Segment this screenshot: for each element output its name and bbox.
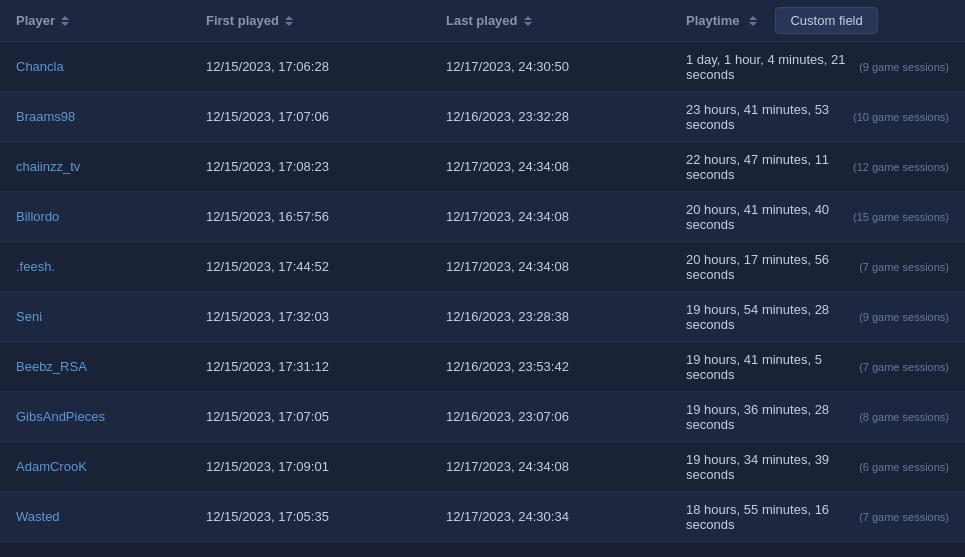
cell-player: chaiinzz_tv [0, 142, 190, 191]
sessions-badge: (9 game sessions) [859, 311, 949, 323]
cell-first-played: 12/15/2023, 17:08:23 [190, 142, 430, 191]
cell-first-played: 12/15/2023, 17:31:12 [190, 342, 430, 391]
cell-first-played: 12/15/2023, 17:32:03 [190, 292, 430, 341]
playtime-value: 1 day, 1 hour, 4 minutes, 21 seconds [686, 52, 853, 82]
cell-player: Beebz_RSA [0, 342, 190, 391]
last-played-value: 12/17/2023, 24:30:34 [446, 509, 569, 524]
col-last-played[interactable]: Last played [430, 0, 670, 41]
last-played-sort-icon [524, 16, 532, 26]
cell-player: Braams98 [0, 92, 190, 141]
table-row: Wasted 12/15/2023, 17:05:35 12/17/2023, … [0, 492, 965, 542]
col-first-played-label: First played [206, 13, 279, 28]
table-row: chaiinzz_tv 12/15/2023, 17:08:23 12/17/2… [0, 142, 965, 192]
table-row: GibsAndPieces 12/15/2023, 17:07:05 12/16… [0, 392, 965, 442]
playtime-value: 20 hours, 41 minutes, 40 seconds [686, 202, 847, 232]
first-played-sort-icon [285, 16, 293, 26]
player-link[interactable]: GibsAndPieces [16, 409, 105, 424]
table-row: Chancla 12/15/2023, 17:06:28 12/17/2023,… [0, 42, 965, 92]
sessions-badge: (9 game sessions) [859, 61, 949, 73]
cell-first-played: 12/15/2023, 17:44:52 [190, 242, 430, 291]
cell-last-played: 12/17/2023, 24:34:08 [430, 192, 670, 241]
col-first-played[interactable]: First played [190, 0, 430, 41]
cell-player: .feesh. [0, 242, 190, 291]
cell-player: AdamCrooK [0, 442, 190, 491]
table-body: Chancla 12/15/2023, 17:06:28 12/17/2023,… [0, 42, 965, 542]
playtime-value: 19 hours, 36 minutes, 28 seconds [686, 402, 853, 432]
table-row: .feesh. 12/15/2023, 17:44:52 12/17/2023,… [0, 242, 965, 292]
cell-last-played: 12/17/2023, 24:30:50 [430, 42, 670, 91]
player-link[interactable]: AdamCrooK [16, 459, 87, 474]
col-playtime-label: Playtime [686, 13, 739, 28]
cell-player: Wasted [0, 492, 190, 541]
player-link[interactable]: Seni [16, 309, 42, 324]
col-player-label: Player [16, 13, 55, 28]
custom-field-button[interactable]: Custom field [775, 7, 877, 34]
cell-first-played: 12/15/2023, 17:09:01 [190, 442, 430, 491]
player-link[interactable]: Billordo [16, 209, 59, 224]
cell-playtime: 19 hours, 54 minutes, 28 seconds (9 game… [670, 292, 965, 341]
player-link[interactable]: Beebz_RSA [16, 359, 87, 374]
playtime-sort-icon [749, 16, 757, 26]
playtime-value: 19 hours, 54 minutes, 28 seconds [686, 302, 853, 332]
cell-first-played: 12/15/2023, 17:07:06 [190, 92, 430, 141]
first-played-value: 12/15/2023, 16:57:56 [206, 209, 329, 224]
player-link[interactable]: Braams98 [16, 109, 75, 124]
last-played-value: 12/16/2023, 23:32:28 [446, 109, 569, 124]
cell-playtime: 20 hours, 17 minutes, 56 seconds (7 game… [670, 242, 965, 291]
player-link[interactable]: chaiinzz_tv [16, 159, 80, 174]
playtime-value: 19 hours, 41 minutes, 5 seconds [686, 352, 853, 382]
playtime-sort-button[interactable]: Playtime [686, 13, 757, 28]
cell-playtime: 19 hours, 36 minutes, 28 seconds (8 game… [670, 392, 965, 441]
cell-first-played: 12/15/2023, 17:05:35 [190, 492, 430, 541]
table-row: AdamCrooK 12/15/2023, 17:09:01 12/17/202… [0, 442, 965, 492]
first-played-value: 12/15/2023, 17:07:05 [206, 409, 329, 424]
col-player[interactable]: Player [0, 0, 190, 41]
last-played-value: 12/16/2023, 23:53:42 [446, 359, 569, 374]
playtime-value: 20 hours, 17 minutes, 56 seconds [686, 252, 853, 282]
table-row: Braams98 12/15/2023, 17:07:06 12/16/2023… [0, 92, 965, 142]
sessions-badge: (7 game sessions) [859, 511, 949, 523]
first-played-value: 12/15/2023, 17:07:06 [206, 109, 329, 124]
player-sort-icon [61, 16, 69, 26]
first-played-value: 12/15/2023, 17:05:35 [206, 509, 329, 524]
player-link[interactable]: Wasted [16, 509, 60, 524]
cell-first-played: 12/15/2023, 17:06:28 [190, 42, 430, 91]
last-played-value: 12/17/2023, 24:34:08 [446, 209, 569, 224]
cell-last-played: 12/17/2023, 24:34:08 [430, 242, 670, 291]
cell-player: GibsAndPieces [0, 392, 190, 441]
cell-last-played: 12/16/2023, 23:32:28 [430, 92, 670, 141]
first-played-value: 12/15/2023, 17:31:12 [206, 359, 329, 374]
cell-playtime: 19 hours, 34 minutes, 39 seconds (6 game… [670, 442, 965, 491]
first-played-value: 12/15/2023, 17:44:52 [206, 259, 329, 274]
player-link[interactable]: .feesh. [16, 259, 55, 274]
cell-playtime: 23 hours, 41 minutes, 53 seconds (10 gam… [670, 92, 965, 141]
last-played-value: 12/17/2023, 24:34:08 [446, 459, 569, 474]
last-played-value: 12/17/2023, 24:34:08 [446, 159, 569, 174]
playtime-value: 23 hours, 41 minutes, 53 seconds [686, 102, 847, 132]
player-link[interactable]: Chancla [16, 59, 64, 74]
cell-player: Seni [0, 292, 190, 341]
playtime-value: 19 hours, 34 minutes, 39 seconds [686, 452, 853, 482]
first-played-value: 12/15/2023, 17:08:23 [206, 159, 329, 174]
cell-playtime: 19 hours, 41 minutes, 5 seconds (7 game … [670, 342, 965, 391]
last-played-value: 12/17/2023, 24:30:50 [446, 59, 569, 74]
cell-playtime: 1 day, 1 hour, 4 minutes, 21 seconds (9 … [670, 42, 965, 91]
sessions-badge: (7 game sessions) [859, 361, 949, 373]
col-last-played-label: Last played [446, 13, 518, 28]
cell-first-played: 12/15/2023, 16:57:56 [190, 192, 430, 241]
table-row: Seni 12/15/2023, 17:32:03 12/16/2023, 23… [0, 292, 965, 342]
first-played-value: 12/15/2023, 17:09:01 [206, 459, 329, 474]
playtime-value: 18 hours, 55 minutes, 16 seconds [686, 502, 853, 532]
col-playtime[interactable]: Playtime Custom field [670, 0, 965, 41]
first-played-value: 12/15/2023, 17:06:28 [206, 59, 329, 74]
last-played-value: 12/16/2023, 23:07:06 [446, 409, 569, 424]
cell-playtime: 22 hours, 47 minutes, 11 seconds (12 gam… [670, 142, 965, 191]
player-stats-table: Player First played Last played Playtime [0, 0, 965, 542]
sessions-badge: (7 game sessions) [859, 261, 949, 273]
last-played-value: 12/17/2023, 24:34:08 [446, 259, 569, 274]
cell-last-played: 12/17/2023, 24:34:08 [430, 142, 670, 191]
cell-player: Chancla [0, 42, 190, 91]
table-header: Player First played Last played Playtime [0, 0, 965, 42]
table-row: Billordo 12/15/2023, 16:57:56 12/17/2023… [0, 192, 965, 242]
sessions-badge: (15 game sessions) [853, 211, 949, 223]
